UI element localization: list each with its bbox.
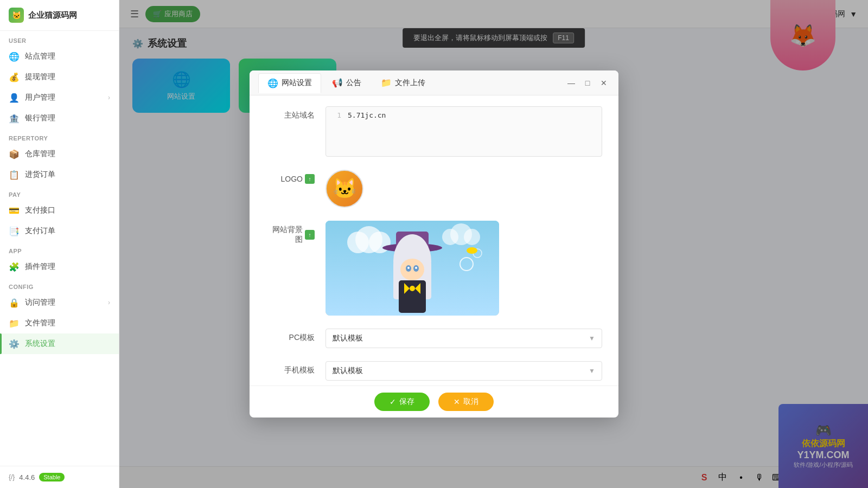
sidebar-item-pay-order-label: 支付订单 [25, 226, 55, 236]
sidebar-item-withdraw-label: 提现管理 [25, 72, 55, 82]
pc-template-label: PC模板 [266, 329, 315, 343]
sidebar-item-system-settings[interactable]: ⚙️ 系统设置 [0, 333, 119, 354]
modal-footer: ✓ 保存 ✕ 取消 [250, 386, 618, 418]
form-row-pc-template: PC模板 默认模板 ▼ [266, 329, 602, 348]
tab-file-upload[interactable]: 📁 文件上传 [372, 73, 434, 92]
app-name: 企业猫源码网 [28, 10, 77, 21]
svg-rect-15 [399, 280, 426, 313]
form-row-logo: LOGO ↑ 🐱 [266, 170, 602, 208]
access-icon: 🔒 [9, 297, 20, 308]
section-app-label: APP [0, 241, 119, 256]
warehouse-icon: 📦 [9, 149, 20, 159]
access-chevron-icon: › [108, 299, 110, 306]
form-row-mobile-template: 手机模板 默认模板 ▼ [266, 361, 602, 381]
user-icon: 👤 [9, 92, 20, 103]
app-logo-icon: 🐱 [9, 8, 24, 23]
bg-image-label: 网站背景图 ↑ [266, 221, 315, 245]
sidebar-item-access[interactable]: 🔒 访问管理 › [0, 292, 119, 313]
domain-line-num: 1 [333, 111, 341, 119]
pay-order-icon: 📑 [9, 226, 20, 236]
file-icon: 📁 [9, 318, 20, 329]
maximize-button[interactable]: □ [582, 77, 593, 89]
bg-image-preview[interactable] [326, 221, 499, 316]
tab-website-settings[interactable]: 🌐 网站设置 [258, 73, 321, 93]
logo-upload-icon: ↑ [305, 174, 315, 184]
pc-template-chevron-icon: ▼ [589, 335, 595, 342]
section-user-label: USER [0, 31, 119, 46]
sidebar-item-pay-interface[interactable]: 💳 支付接口 [0, 200, 119, 221]
svg-point-9 [467, 247, 477, 254]
sidebar-item-site-mgmt[interactable]: 🌐 站点管理 [0, 46, 119, 67]
pc-template-select[interactable]: 默认模板 ▼ [326, 329, 602, 348]
sidebar-item-warehouse-label: 仓库管理 [25, 149, 55, 159]
window-controls: — □ ✕ [565, 77, 610, 89]
pay-interface-icon: 💳 [9, 205, 20, 216]
tab-notice[interactable]: 📢 公告 [323, 73, 370, 92]
version-bar: {/} 4.4.6 Stable [0, 466, 119, 488]
sidebar-item-pay-order[interactable]: 📑 支付订单 [0, 221, 119, 241]
svg-point-23 [415, 267, 417, 269]
version-text: 4.4.6 [19, 473, 35, 481]
tab-notice-icon: 📢 [332, 78, 343, 88]
svg-point-18 [410, 286, 415, 291]
tab-file-upload-label: 文件上传 [395, 78, 425, 88]
tab-website-settings-label: 网站设置 [282, 78, 312, 88]
sidebar-item-pay-interface-label: 支付接口 [25, 206, 55, 215]
sidebar-item-warehouse[interactable]: 📦 仓库管理 [0, 144, 119, 164]
save-icon: ✓ [390, 397, 396, 406]
system-settings-icon: ⚙️ [9, 338, 20, 349]
section-config-label: CONFIG [0, 277, 119, 292]
sidebar-item-purchase-label: 进货订单 [25, 170, 55, 179]
site-mgmt-icon: 🌐 [9, 51, 20, 62]
domain-input[interactable] [348, 111, 595, 119]
sidebar-item-access-label: 访问管理 [25, 298, 55, 307]
minimize-button[interactable]: — [565, 77, 577, 89]
modal-content[interactable]: 主站域名 1 LOGO ↑ 🐱 [250, 95, 618, 386]
plugin-icon: 🧩 [9, 261, 20, 272]
pc-template-value: 默认模板 [333, 333, 363, 343]
sidebar-item-file-label: 文件管理 [25, 318, 55, 328]
section-pay-label: PAY [0, 185, 119, 200]
modal-titlebar: 🌐 网站设置 📢 公告 📁 文件上传 — □ ✕ [250, 70, 618, 95]
section-repertory-label: REPERTORY [0, 129, 119, 144]
logo-preview-container: 🐱 [326, 170, 602, 208]
form-row-domain: 主站域名 1 [266, 106, 602, 157]
bg-preview-container [326, 221, 602, 316]
svg-point-19 [400, 259, 424, 280]
sidebar-item-purchase[interactable]: 📋 进货订单 [0, 164, 119, 185]
sidebar-item-site-mgmt-label: 站点管理 [25, 52, 55, 61]
sidebar-item-user-mgmt[interactable]: 👤 用户管理 › [0, 87, 119, 108]
mobile-template-select[interactable]: 默认模板 ▼ [326, 361, 602, 381]
bg-upload-icon: ↑ [305, 230, 315, 240]
modal-dialog: 🌐 网站设置 📢 公告 📁 文件上传 — □ ✕ 主站域名 1 [250, 70, 618, 418]
tab-file-upload-icon: 📁 [381, 78, 392, 88]
tab-notice-label: 公告 [346, 78, 361, 88]
sidebar-item-withdraw-mgmt[interactable]: 💰 提现管理 [0, 67, 119, 87]
sidebar-item-system-settings-label: 系统设置 [25, 339, 55, 349]
mobile-template-chevron-icon: ▼ [589, 367, 595, 375]
cancel-button[interactable]: ✕ 取消 [438, 393, 494, 411]
sidebar-item-plugin-label: 插件管理 [25, 262, 55, 272]
sidebar-item-user-label: 用户管理 [25, 93, 55, 102]
close-button[interactable]: ✕ [598, 77, 610, 89]
logo-preview[interactable]: 🐱 [326, 170, 363, 208]
pc-template-select-container: 默认模板 ▼ [326, 329, 602, 348]
sidebar-item-file[interactable]: 📁 文件管理 [0, 313, 119, 333]
sidebar-item-plugin[interactable]: 🧩 插件管理 [0, 256, 119, 277]
sidebar-item-bank-mgmt[interactable]: 🏦 银行管理 [0, 108, 119, 129]
user-chevron-icon: › [108, 94, 110, 101]
mobile-template-select-container: 默认模板 ▼ [326, 361, 602, 381]
bank-icon: 🏦 [9, 113, 20, 124]
sidebar-item-bank-label: 银行管理 [25, 113, 55, 123]
logo-label: LOGO ↑ [266, 170, 315, 184]
purchase-icon: 📋 [9, 169, 20, 180]
sidebar: 🐱 企业猫源码网 USER 🌐 站点管理 💰 提现管理 👤 用户管理 › 🏦 银… [0, 0, 119, 488]
stable-badge: Stable [39, 473, 65, 481]
domain-label: 主站域名 [266, 106, 315, 120]
domain-code-editor[interactable]: 1 [326, 106, 602, 157]
save-button[interactable]: ✓ 保存 [374, 393, 430, 411]
mobile-template-value: 默认模板 [333, 366, 363, 376]
svg-point-22 [407, 267, 410, 269]
bg-image-svg [326, 221, 499, 316]
domain-input-container: 1 [326, 106, 602, 157]
